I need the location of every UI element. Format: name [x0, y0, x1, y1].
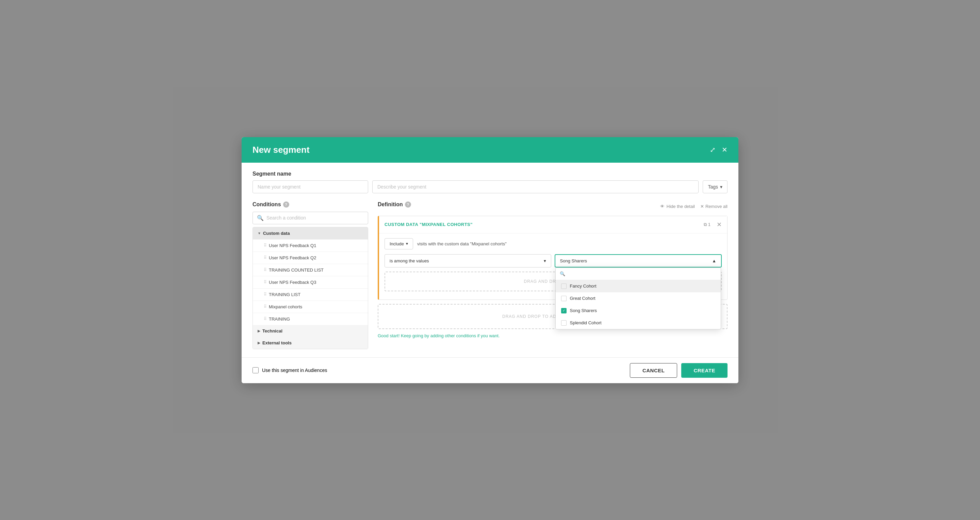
modal-overlay: New segment ⤢ ✕ Segment name Tags ▾ [0, 0, 980, 520]
dropdown-popup: 🔍 Fancy Cohort [555, 267, 721, 329]
layers-icon: ⧉ [704, 222, 707, 227]
condition-select[interactable]: is among the values ▾ [385, 254, 551, 267]
expand-icon[interactable]: ⤢ [710, 146, 716, 154]
modal-title: New segment [253, 145, 310, 155]
chevron-right-icon: ▶ [258, 329, 260, 333]
list-item[interactable]: ⠿ TRAINING [253, 313, 368, 325]
segment-name-label: Segment name [253, 171, 727, 177]
modal-header-icons: ⤢ ✕ [710, 146, 727, 154]
use-segment-label: Use this segment in Audiences [262, 367, 327, 373]
conditions-group-external-tools[interactable]: ▶ External tools [253, 337, 368, 349]
remove-all-button[interactable]: ✕ Remove all [700, 204, 727, 209]
chevron-down-icon: ▼ [258, 231, 261, 235]
good-start-text: Good start! Keep going by adding other c… [378, 333, 727, 338]
modal-footer: Use this segment in Audiences CANCEL CRE… [242, 357, 738, 383]
footer-buttons: CANCEL CREATE [630, 363, 727, 378]
cancel-button[interactable]: CANCEL [630, 363, 678, 378]
list-item[interactable]: ⠿ Mixpanel cohorts [253, 301, 368, 313]
list-item[interactable]: ⠿ User NPS Feedback Q2 [253, 251, 368, 264]
chevron-right-icon: ▶ [258, 341, 260, 345]
close-icon: ✕ [700, 204, 704, 209]
drag-handle-icon: ⠿ [264, 292, 266, 297]
dropdown-checkbox [561, 320, 566, 326]
segment-name-input[interactable] [253, 180, 368, 193]
tags-button[interactable]: Tags ▾ [703, 180, 727, 193]
modal-body: Segment name Tags ▾ Conditions ? [242, 163, 738, 357]
conditions-group-technical[interactable]: ▶ Technical [253, 325, 368, 337]
modal: New segment ⤢ ✕ Segment name Tags ▾ [242, 137, 738, 383]
definition-panel: Definition ? 👁 Hide the detail ✕ Remove … [378, 202, 727, 349]
drag-handle-icon: ⠿ [264, 255, 266, 260]
definition-title: Definition ? [378, 202, 411, 208]
drag-handle-icon: ⠿ [264, 304, 266, 309]
condition-block: CUSTOM DATA "MIXPANEL COHORTS" ⧉ 1 ✕ [378, 216, 727, 300]
chevron-up-icon: ▲ [712, 258, 716, 263]
include-button[interactable]: Include ▾ [385, 238, 413, 250]
definition-actions: 👁 Hide the detail ✕ Remove all [660, 204, 727, 209]
chevron-down-icon: ▾ [544, 258, 546, 263]
search-icon: 🔍 [257, 215, 264, 221]
tags-chevron-icon: ▾ [720, 184, 722, 189]
conditions-search-box: 🔍 [253, 211, 368, 224]
conditions-panel: Conditions ? 🔍 ▼ Custom data [253, 202, 368, 349]
use-segment-row: Use this segment in Audiences [253, 367, 327, 373]
dropdown-checkbox [561, 283, 566, 289]
condition-block-body: Include ▾ visits with the custom data "M… [379, 234, 727, 299]
include-label: Include [390, 241, 404, 246]
dropdown-item[interactable]: Great Cohort [556, 292, 721, 305]
include-text: visits with the custom data "Mixpanel co… [417, 241, 507, 246]
list-item[interactable]: ⠿ User NPS Feedback Q3 [253, 276, 368, 288]
segment-desc-input[interactable] [372, 180, 698, 193]
dropdown-checkbox: ✓ [561, 308, 566, 313]
definition-help-icon[interactable]: ? [405, 202, 411, 208]
dropdown-item[interactable]: ✓ Song Sharers [556, 305, 721, 317]
list-item[interactable]: ⠿ TRAINING COUNTED LIST [253, 264, 368, 276]
list-item[interactable]: ⠿ TRAINING LIST [253, 288, 368, 301]
dropdown-search-input[interactable] [568, 271, 717, 276]
dropdown-item[interactable]: Splendid Cohort [556, 317, 721, 329]
conditions-list: ▼ Custom data ⠿ User NPS Feedback Q1 ⠿ U… [253, 227, 368, 349]
conditions-help-icon[interactable]: ? [283, 202, 289, 208]
values-dropdown[interactable]: Song Sharers ▲ 🔍 [555, 254, 722, 267]
condition-block-title: CUSTOM DATA "MIXPANEL COHORTS" [385, 222, 473, 227]
conditions-group-external-tools-label: External tools [262, 340, 292, 345]
dropdown-checkbox [561, 296, 566, 301]
values-row: is among the values ▾ Song Sharers ▲ [385, 254, 722, 267]
close-icon[interactable]: ✕ [722, 146, 727, 154]
drag-handle-icon: ⠿ [264, 280, 266, 285]
hide-detail-button[interactable]: 👁 Hide the detail [660, 204, 695, 209]
drag-handle-icon: ⠿ [264, 267, 266, 272]
use-segment-checkbox[interactable] [253, 367, 259, 373]
create-button[interactable]: CREATE [681, 363, 727, 378]
tags-label: Tags [708, 184, 718, 189]
definition-header: Definition ? 👁 Hide the detail ✕ Remove … [378, 202, 727, 211]
close-block-button[interactable]: ✕ [717, 221, 722, 228]
name-row: Tags ▾ [253, 180, 727, 193]
chevron-down-icon: ▾ [406, 241, 408, 246]
segment-name-section: Segment name [253, 171, 727, 177]
dropdown-item[interactable]: Fancy Cohort [556, 280, 721, 292]
search-icon: 🔍 [560, 271, 565, 276]
conditions-title: Conditions ? [253, 202, 368, 208]
conditions-group-technical-label: Technical [262, 328, 282, 334]
layers-badge: ⧉ 1 [704, 222, 711, 227]
list-item[interactable]: ⠿ User NPS Feedback Q1 [253, 239, 368, 251]
drag-handle-icon: ⠿ [264, 316, 266, 321]
include-row: Include ▾ visits with the custom data "M… [385, 238, 722, 250]
condition-block-header: CUSTOM DATA "MIXPANEL COHORTS" ⧉ 1 ✕ [379, 216, 727, 234]
eye-icon: 👁 [660, 204, 665, 209]
conditions-group-custom-data[interactable]: ▼ Custom data [253, 227, 368, 239]
conditions-search-input[interactable] [266, 215, 364, 221]
drag-handle-icon: ⠿ [264, 243, 266, 248]
conditions-group-custom-data-label: Custom data [263, 231, 290, 236]
modal-header: New segment ⤢ ✕ [242, 137, 738, 163]
main-row: Conditions ? 🔍 ▼ Custom data [253, 202, 727, 349]
dropdown-search: 🔍 [556, 268, 721, 280]
